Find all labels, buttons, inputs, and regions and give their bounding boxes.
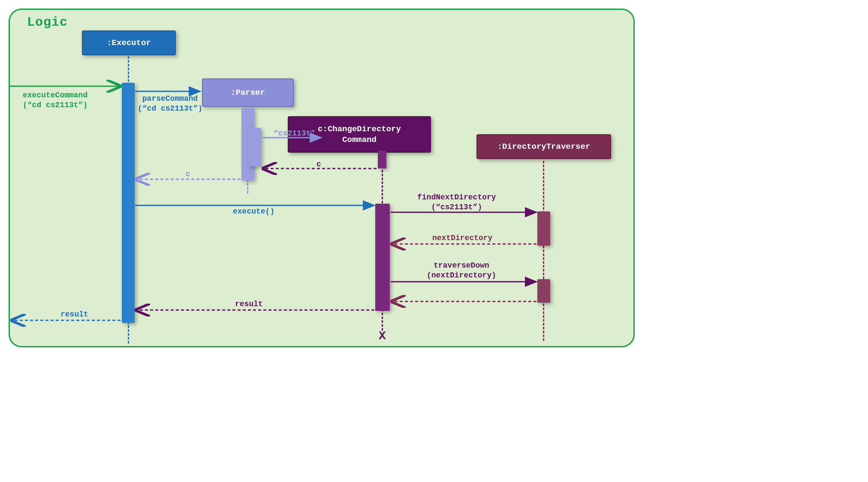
lifeline-traverser bbox=[543, 161, 544, 341]
activation-parser2 bbox=[248, 128, 261, 166]
msg-execute-command: executeCommand(“cd cs2113t”) bbox=[23, 90, 87, 111]
command-label: c:ChangeDirectoryCommand bbox=[318, 124, 401, 145]
msg-result2: result bbox=[60, 310, 88, 319]
frame-label: Logic bbox=[27, 15, 68, 30]
activation-command-thin bbox=[378, 151, 386, 169]
msg-return-c1: c bbox=[316, 160, 321, 169]
destroy-marker: X bbox=[379, 329, 386, 343]
sequence-frame: Logic :Executor :Parser c:ChangeDirector… bbox=[9, 9, 635, 347]
msg-execute: execute() bbox=[233, 207, 274, 216]
participant-traverser: :DirectoryTraverser bbox=[476, 134, 611, 159]
msg-return-c2: c bbox=[186, 170, 190, 178]
activation-executor bbox=[122, 83, 135, 323]
activation-command bbox=[375, 204, 390, 311]
participant-executor: :Executor bbox=[82, 30, 176, 55]
activation-traverser1 bbox=[537, 211, 550, 246]
participant-parser: :Parser bbox=[202, 78, 294, 107]
msg-next-dir: nextDirectory bbox=[432, 234, 492, 242]
msg-result1: result bbox=[235, 300, 263, 308]
msg-find-next: findNextDirectory(“cs2113t”) bbox=[417, 193, 496, 213]
msg-create-cmd: “cs2113t” bbox=[274, 129, 315, 138]
msg-traverse-down: traverseDown(nextDirectory) bbox=[427, 261, 496, 281]
msg-parse-command: parseCommand(“cd cs2113t”) bbox=[138, 94, 202, 114]
activation-traverser2 bbox=[537, 279, 550, 303]
